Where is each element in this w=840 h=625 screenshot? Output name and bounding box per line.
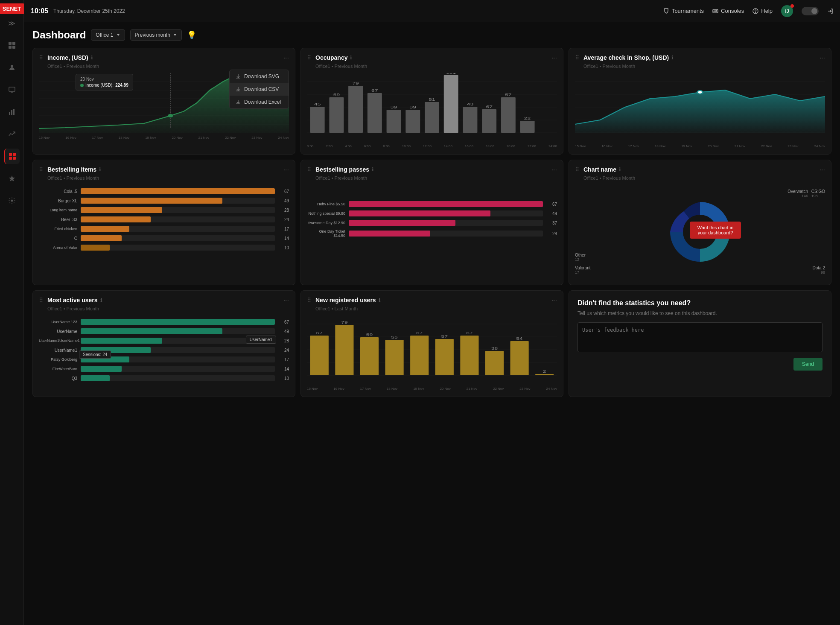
svg-rect-2 [9,46,12,49]
logout-button[interactable] [827,8,833,14]
new-registered-info[interactable]: ℹ [379,297,381,303]
chart-name-info[interactable]: ℹ [619,166,621,172]
income-widget: ⠿ Income, (USD) ℹ ··· Office1 • Previous… [32,48,295,155]
items-drag-handle[interactable]: ⠿ [39,166,43,173]
chart-name-menu[interactable]: ··· [820,166,825,174]
new-registered-header: ⠿ New registered users ℹ ··· [307,297,557,304]
want-chart-popup[interactable]: Want this chart in your dashboard? [690,222,741,239]
income-menu-button[interactable]: ··· [283,54,289,62]
svg-text:2: 2 [543,369,546,374]
chart-drag-handle[interactable]: ⠿ [575,166,579,173]
income-download-menu: Download SVG Download CSV Download Excel [229,70,289,109]
new-registered-title-row: ⠿ New registered users ℹ [307,297,381,304]
page-header: Dashboard Office 1 Previous month 💡 [32,29,831,41]
svg-text:39: 39 [410,105,416,109]
avg-check-menu-button[interactable]: ··· [820,54,825,62]
chart-name-widget: ⠿ Chart name ℹ ··· Office1 • Previous Mo… [569,160,831,285]
passes-drag-handle[interactable]: ⠿ [307,166,311,173]
new-registered-x-axis: 15 Nov 16 Nov 17 Nov 18 Nov 19 Nov 20 No… [307,387,557,391]
period-dropdown[interactable]: Previous month [130,29,182,41]
income-subtitle: Office1 • Previous Month [47,64,289,69]
svg-text:22: 22 [524,116,531,120]
list-item: Hefty Fine $5.50 67 [307,201,557,207]
consoles-link[interactable]: Consoles [712,8,744,14]
bestselling-items-header: ⠿ Bestselling Items ℹ ··· [39,166,289,174]
tournaments-link[interactable]: Tournaments [663,8,704,14]
download-csv-item[interactable]: Download CSV [230,83,289,96]
sidebar-item-chart[interactable] [4,104,20,120]
new-registered-subtitle: Office1 • Last Month [315,306,557,311]
app-logo: SENET [0,3,24,14]
occupancy-svg: 45 59 79 67 39 39 51 101 [307,73,557,141]
bar-fill [349,231,430,237]
svg-point-30 [168,114,173,117]
active-drag-handle[interactable]: ⠿ [39,297,43,304]
feedback-textarea[interactable] [578,322,822,352]
avg-check-x-axis: 15 Nov 16 Nov 17 Nov 18 Nov 19 Nov 20 No… [575,144,825,148]
sidebar-item-monitor[interactable] [4,82,20,97]
bestselling-passes-title: Bestselling passes [315,166,369,173]
sidebar-item-star[interactable] [4,171,20,186]
page-title: Dashboard [32,29,86,41]
send-button[interactable]: Send [793,358,822,371]
svg-text:79: 79 [341,320,347,324]
drag-handle-icon[interactable]: ⠿ [39,54,43,61]
want-chart-label: Want this chart in your dashboard? [697,225,734,235]
svg-rect-56 [501,97,516,133]
list-item: FireWaterBurn 14 [39,366,289,372]
avg-drag-handle[interactable]: ⠿ [575,54,579,61]
bestselling-items-menu[interactable]: ··· [283,166,289,174]
download-svg-item[interactable]: Download SVG [230,70,289,83]
avg-check-info-icon[interactable]: ℹ [671,55,674,61]
bar-fill [81,245,110,251]
bestselling-items-chart: Cola .5 67 Burger XL 49 Long item name 2… [39,185,289,254]
avg-check-widget: ⠿ Average check in Shop, (USD) ℹ ··· Off… [569,48,831,155]
income-info-icon[interactable]: ℹ [91,55,93,61]
svg-rect-54 [482,109,496,133]
avg-check-subtitle: Office1 • Previous Month [583,64,825,69]
bestselling-passes-info[interactable]: ℹ [372,166,374,172]
svg-text:57: 57 [441,334,448,339]
legend-valorant: Valorant 17 [575,266,591,275]
svg-rect-11 [9,153,12,156]
most-active-info[interactable]: ℹ [100,297,102,303]
svg-rect-52 [463,107,477,133]
occupancy-menu-button[interactable]: ··· [551,54,557,62]
occ-drag-handle[interactable]: ⠿ [307,54,311,61]
list-item: Burger XL 49 [39,198,289,204]
occupancy-widget-header: ⠿ Occupancy ℹ ··· [307,54,557,62]
theme-toggle[interactable] [802,7,819,15]
sidebar-item-trend[interactable] [4,126,20,142]
office-dropdown[interactable]: Office 1 [91,29,125,41]
sidebar-item-users[interactable] [4,60,20,75]
registered-drag-handle[interactable]: ⠿ [307,297,311,304]
most-active-menu[interactable]: ··· [283,297,289,304]
svg-rect-5 [9,87,15,91]
bar-fill [81,319,275,325]
list-item: Cola .5 67 [39,188,289,194]
donut-container: CS:GO 198 Overwatch 146 Dota 2 98 Valora… [575,185,825,279]
new-registered-users-widget: ⠿ New registered users ℹ ··· Office1 • L… [300,290,563,397]
bestselling-passes-title-row: ⠿ Bestselling passes ℹ [307,166,374,173]
sidebar-item-settings[interactable] [4,193,20,208]
avatar-wrapper: IJ [781,5,793,17]
lightbulb-icon[interactable]: 💡 [187,30,196,40]
main-area: 10:05 Thursday, December 25th 2022 Tourn… [24,0,840,625]
svg-text:67: 67 [466,331,472,335]
occupancy-info-icon[interactable]: ℹ [350,55,352,61]
sidebar-item-grid[interactable] [4,38,20,53]
feedback-widget: Didn't find the statistics you need? Tel… [569,290,831,397]
new-registered-menu[interactable]: ··· [551,297,557,304]
svg-rect-8 [9,112,10,115]
bestselling-passes-menu[interactable]: ··· [551,166,557,174]
topbar-date: Thursday, December 25th 2022 [53,8,663,14]
topbar: 10:05 Thursday, December 25th 2022 Tourn… [24,0,840,22]
help-link[interactable]: Help [752,8,773,14]
download-excel-item[interactable]: Download Excel [230,96,289,108]
sidebar-collapse-button[interactable]: ≫ [8,19,15,27]
download-excel-label: Download Excel [244,99,281,105]
bar-fill [81,328,222,334]
bestselling-items-info[interactable]: ℹ [99,166,101,172]
income-title-row: ⠿ Income, (USD) ℹ [39,54,93,61]
sidebar-item-dashboard-active[interactable] [4,149,20,164]
